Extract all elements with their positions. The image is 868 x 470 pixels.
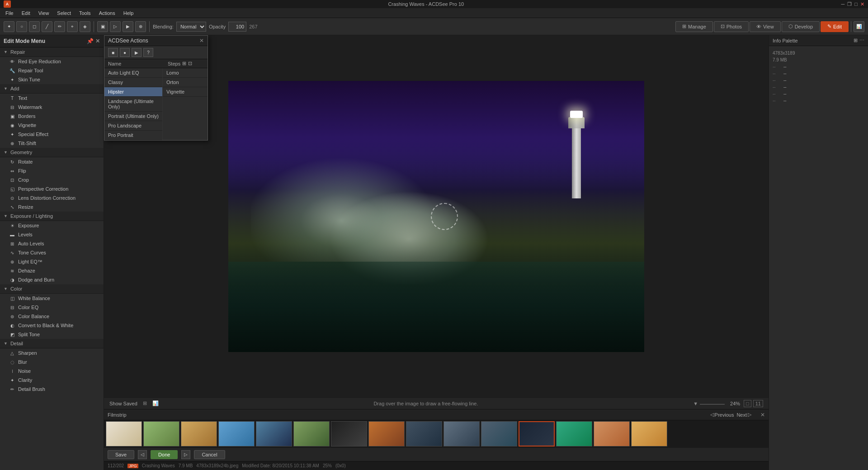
next-image-btn[interactable]: ▷ — [181, 450, 190, 459]
close-sidebar-icon[interactable]: ✕ — [95, 38, 100, 44]
sidebar-item-rotate[interactable]: ↻ Rotate — [0, 157, 104, 166]
filmstrip-thumb-8[interactable] — [368, 421, 405, 446]
filmstrip-thumb-11[interactable] — [481, 421, 517, 446]
filmstrip-thumb-5[interactable] — [256, 421, 292, 446]
sidebar-item-exposure[interactable]: ☀ Exposure — [0, 221, 104, 230]
section-repair[interactable]: ▼ Repair — [0, 47, 104, 57]
right-panel-icon-2[interactable]: ⋯ — [859, 38, 864, 43]
tool-btn-1[interactable]: ✦ — [4, 21, 14, 32]
filmstrip-thumb-7[interactable] — [331, 421, 367, 446]
actions-row-auto-light[interactable]: Auto Light EQ — [104, 68, 162, 78]
sidebar-item-clarity[interactable]: ✦ Clarity — [0, 376, 104, 385]
chart-btn[interactable]: 📊 — [854, 21, 864, 32]
sidebar-item-noise[interactable]: ⁞ Noise — [0, 367, 104, 376]
filmstrip-close-btn[interactable]: ✕ — [760, 412, 765, 418]
tool-btn-3[interactable]: ◻ — [29, 21, 40, 32]
filmstrip-thumb-1[interactable] — [106, 421, 142, 446]
minimize-btn[interactable]: ─ — [841, 1, 845, 7]
menu-file[interactable]: File — [2, 9, 17, 17]
sidebar-item-skin-tune[interactable]: ✦ Skin Tune — [0, 75, 104, 84]
filmstrip-thumb-2[interactable] — [143, 421, 179, 446]
sidebar-item-red-eye[interactable]: 👁 Red Eye Reduction — [0, 57, 104, 66]
tab-manage[interactable]: ⊞ Manage — [675, 21, 713, 32]
sidebar-item-resize[interactable]: ⤡ Resize — [0, 202, 104, 212]
filmstrip-thumb-12[interactable] — [519, 421, 555, 446]
sidebar-item-flip[interactable]: ⇔ Flip — [0, 166, 104, 175]
sidebar-controls[interactable]: 📌 ✕ — [87, 38, 100, 44]
tool-btn-2[interactable]: ○ — [16, 21, 27, 32]
actions-stop-btn[interactable]: ■ — [108, 48, 118, 57]
tool-btn-9[interactable]: ▷ — [110, 21, 121, 32]
status-icon-1[interactable]: ⊞ — [143, 400, 147, 406]
tool-btn-5[interactable]: ✏ — [54, 21, 65, 32]
maximize-btn[interactable]: □ — [854, 1, 858, 7]
filmstrip-thumb-13[interactable] — [556, 421, 592, 446]
tab-develop[interactable]: ⬡ Develop — [782, 21, 820, 32]
sidebar-item-repair-tool[interactable]: 🔧 Repair Tool — [0, 66, 104, 75]
blending-select[interactable]: Normal — [176, 22, 206, 32]
sidebar-item-color-balance[interactable]: ⊜ Color Balance — [0, 312, 104, 321]
filmstrip-thumb-3[interactable] — [181, 421, 217, 446]
sidebar-item-blur[interactable]: ◌ Blur — [0, 357, 104, 367]
sidebar-item-vignette[interactable]: ◉ Vignette — [0, 121, 104, 130]
done-button[interactable]: Done — [151, 450, 178, 459]
tool-btn-10[interactable]: ▶ — [123, 21, 133, 32]
tab-photos[interactable]: ⊡ Photos — [714, 21, 749, 32]
menu-actions[interactable]: Actions — [95, 9, 119, 17]
tool-btn-6[interactable]: ⌖ — [67, 21, 78, 32]
sidebar-item-watermark[interactable]: ⊟ Watermark — [0, 103, 104, 112]
filmstrip-next-btn[interactable]: Next ▷ — [736, 412, 751, 418]
menu-help[interactable]: Help — [120, 9, 137, 17]
sidebar-item-levels[interactable]: ▬ Levels — [0, 230, 104, 239]
cancel-button[interactable]: Cancel — [194, 450, 225, 459]
actions-close-btn[interactable]: ✕ — [199, 38, 204, 44]
filmstrip-thumb-6[interactable] — [293, 421, 330, 446]
tool-btn-8[interactable]: ▣ — [97, 21, 108, 32]
actions-record-btn[interactable]: ● — [120, 48, 130, 57]
section-geometry[interactable]: ▼ Geometry — [0, 148, 104, 157]
tab-edit[interactable]: ✎ Edit — [821, 21, 849, 32]
menu-edit[interactable]: Edit — [18, 9, 34, 17]
filmstrip-thumb-4[interactable] — [218, 421, 255, 446]
sidebar-item-dodge-burn[interactable]: ◑ Dodge and Burn — [0, 275, 104, 284]
menu-tools[interactable]: Tools — [75, 9, 94, 17]
zoom-slider[interactable]: ————— — [700, 401, 725, 406]
actions-play-btn[interactable]: ▶ — [132, 48, 142, 57]
sidebar-item-white-balance[interactable]: ◫ White Balance — [0, 294, 104, 303]
right-panel-icon-1[interactable]: ⊞ — [854, 38, 858, 43]
filmstrip-thumb-15[interactable] — [631, 421, 667, 446]
filmstrip-thumb-14[interactable] — [594, 421, 630, 446]
actions-row-portrait[interactable]: Portrait (Ultimate Only) — [104, 112, 162, 121]
status-icon-2[interactable]: 📊 — [152, 400, 159, 406]
sidebar-item-dehaze[interactable]: ≋ Dehaze — [0, 266, 104, 275]
tool-btn-11[interactable]: ⊕ — [135, 21, 146, 32]
actions-row-hipster[interactable]: Hipster — [104, 87, 162, 97]
sidebar-item-convert-bw[interactable]: ◐ Convert to Black & White — [0, 321, 104, 330]
section-add[interactable]: ▼ Add — [0, 84, 104, 94]
steps-icon-2[interactable]: ⊡ — [188, 61, 192, 66]
sidebar-item-detail-brush[interactable]: ✏ Detail Brush — [0, 385, 104, 394]
section-color[interactable]: ▼ Color — [0, 284, 104, 294]
actions-row-pro-portrait[interactable]: Pro Portrait — [104, 131, 162, 140]
filmstrip-thumb-10[interactable] — [443, 421, 480, 446]
actions-row-pro-landscape[interactable]: Pro Landscape — [104, 121, 162, 131]
sidebar-item-crop[interactable]: ⊡ Crop — [0, 175, 104, 184]
zoom-btn-a[interactable]: □ — [744, 400, 751, 407]
show-saved-label[interactable]: Show Saved — [109, 401, 137, 406]
restore-btn[interactable]: ❐ — [847, 1, 852, 7]
prev-image-btn[interactable]: ◁ — [138, 450, 147, 459]
tool-btn-7[interactable]: ◈ — [80, 21, 90, 32]
sidebar-item-perspective[interactable]: ◱ Perspective Correction — [0, 184, 104, 193]
filmstrip-prev-btn[interactable]: ◁ Previous — [710, 412, 734, 418]
sidebar-item-split-tone[interactable]: ◩ Split Tone — [0, 330, 104, 339]
actions-row-landscape[interactable]: Landscape (Ultimate Only) — [104, 97, 162, 112]
tab-view[interactable]: 👁 View — [750, 21, 781, 32]
actions-row-classy[interactable]: Classy — [104, 78, 162, 87]
sidebar-item-tone-curves[interactable]: ∿ Tone Curves — [0, 248, 104, 257]
sidebar-item-borders[interactable]: ▣ Borders — [0, 112, 104, 121]
actions-row-vignette[interactable]: Vignette — [163, 87, 208, 97]
zoom-down-btn[interactable]: ▼ — [693, 401, 698, 406]
right-panel-controls[interactable]: ⊞ ⋯ — [854, 38, 864, 43]
window-controls[interactable]: ─ ❐ □ ✕ — [841, 1, 864, 7]
actions-help-btn[interactable]: ? — [143, 48, 153, 57]
